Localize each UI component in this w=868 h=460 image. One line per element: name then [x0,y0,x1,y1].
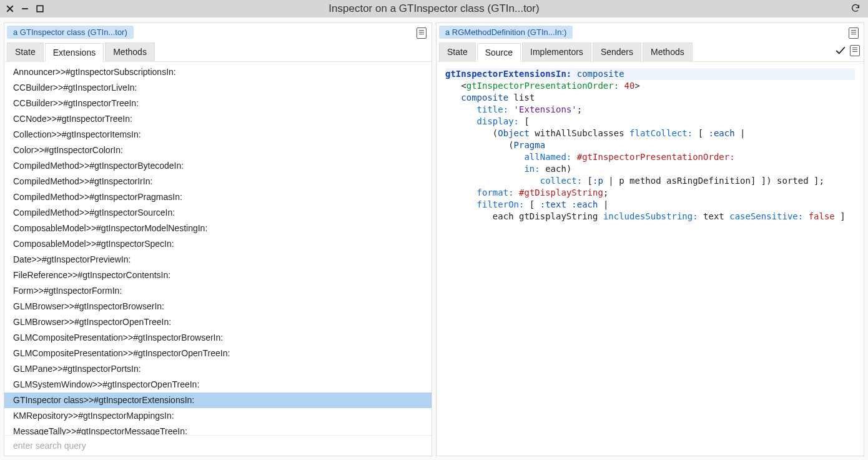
list-item[interactable]: ComposableModel>>#gtInspectorModelNestin… [4,221,432,236]
tab-methods[interactable]: Methods [105,42,155,61]
left-pane: a GTInspector class (GTIn...tor) State E… [4,22,432,456]
list-item[interactable]: CompiledMethod>>#gtInspectorIrIn: [4,174,432,189]
extensions-list[interactable]: Announcer>>#gtInspectorSubscriptionsIn:C… [4,62,432,435]
list-item[interactable]: GLMCompositePresentation>>#gtInspectorBr… [4,330,432,346]
list-item[interactable]: GLMPane>>#gtInspectorPortsIn: [4,361,432,377]
minimize-icon[interactable] [21,5,29,12]
window-title: Inspector on a GTInspector class (GTIn..… [328,2,539,15]
refresh-icon[interactable] [851,3,861,15]
tab-state[interactable]: State [439,42,476,61]
source-code[interactable]: gtInspectorExtensionsIn: composite <gtIn… [436,62,864,456]
maximize-icon[interactable] [36,5,44,12]
document-icon[interactable] [850,45,860,56]
list-item[interactable]: Date>>#gtInspectorPreviewIn: [4,252,432,268]
document-icon[interactable] [417,28,427,39]
list-item[interactable]: ComposableModel>>#gtInspectorSpecIn: [4,236,432,252]
close-icon[interactable] [6,5,14,12]
list-item[interactable]: Announcer>>#gtInspectorSubscriptionsIn: [4,64,432,80]
list-item[interactable]: Collection>>#gtInspectorItemsIn: [4,127,432,142]
accept-icon[interactable] [835,45,846,56]
tab-extensions[interactable]: Extensions [45,43,104,62]
tab-methods[interactable]: Methods [643,42,693,61]
right-pane: a RGMethodDefinition (GTIn...In:) State … [436,22,864,456]
list-item[interactable]: CCBuilder>>#gtInspectorLiveIn: [4,80,432,96]
document-icon[interactable] [849,28,859,39]
main-split: a GTInspector class (GTIn...tor) State E… [0,18,868,460]
list-item[interactable]: GLMSystemWindow>>#gtInspectorOpenTreeIn: [4,377,432,392]
tab-state[interactable]: State [7,42,44,61]
search-input[interactable] [8,438,428,453]
list-item[interactable]: CCNode>>#gtInspectorTreeIn: [4,111,432,127]
list-item[interactable]: GLMCompositePresentation>>#gtInspectorOp… [4,346,432,361]
list-item[interactable]: GLMBrowser>>#gtInspectorOpenTreeIn: [4,314,432,330]
list-item[interactable]: CompiledMethod>>#gtInspectorBytecodeIn: [4,158,432,174]
tab-senders[interactable]: Senders [593,42,641,61]
right-tabs: State Source Implementors Senders Method… [436,40,864,62]
list-item[interactable]: GLMBrowser>>#gtInspectorBrowserIn: [4,299,432,314]
list-item[interactable]: GTInspector class>>#gtInspectorExtension… [4,392,432,408]
list-item[interactable]: FileReference>>#gtInspectorContentsIn: [4,268,432,283]
list-item[interactable]: KMRepository>>#gtInspectorMappingsIn: [4,408,432,424]
left-breadcrumb[interactable]: a GTInspector class (GTIn...tor) [7,26,134,39]
list-item[interactable]: CompiledMethod>>#gtInspectorSourceIn: [4,205,432,221]
tab-implementors[interactable]: Implementors [522,42,591,61]
tab-source[interactable]: Source [477,43,521,62]
list-item[interactable]: CCBuilder>>#gtInspectorTreeIn: [4,96,432,111]
right-breadcrumb[interactable]: a RGMethodDefinition (GTIn...In:) [439,26,573,39]
svg-rect-0 [37,6,43,12]
left-tabs: State Extensions Methods [4,40,432,62]
title-bar: Inspector on a GTInspector class (GTIn..… [0,0,868,18]
list-item[interactable]: CompiledMethod>>#gtInspectorPragmasIn: [4,189,432,205]
list-item[interactable]: Color>>#gtInspectorColorIn: [4,142,432,158]
list-item[interactable]: MessageTally>>#gtInspectorMessageTreeIn: [4,424,432,435]
list-item[interactable]: Form>>#gtInspectorFormIn: [4,283,432,299]
